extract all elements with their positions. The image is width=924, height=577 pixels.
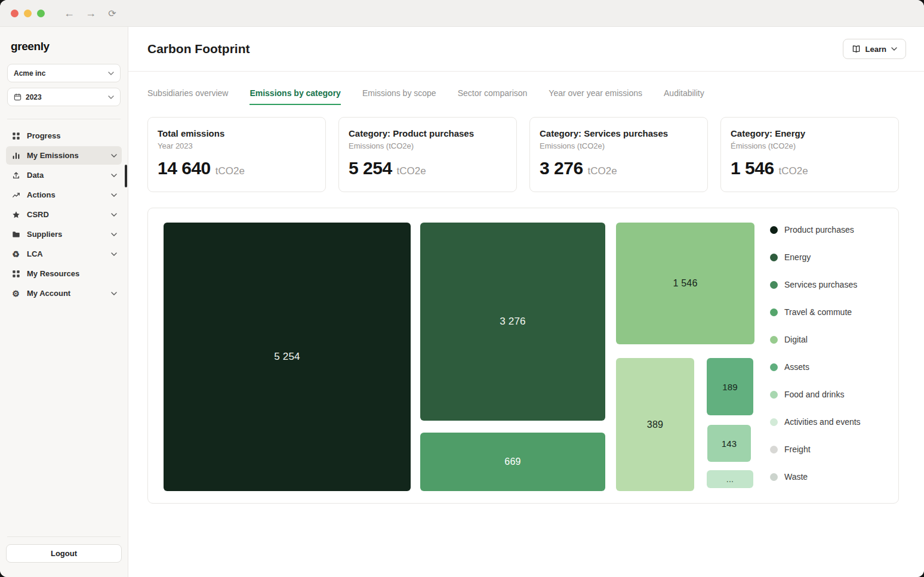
logout-button[interactable]: Logout <box>6 544 122 563</box>
sidebar-item-progress[interactable]: Progress <box>6 126 122 145</box>
bar-chart-icon <box>11 152 21 160</box>
treemap-block[interactable]: 389 <box>616 358 694 491</box>
back-icon[interactable]: ← <box>61 5 77 21</box>
forward-icon[interactable]: → <box>83 5 98 21</box>
sidebar-item-label: My Resources <box>27 269 117 278</box>
divider <box>7 536 121 537</box>
treemap-value-label: 143 <box>722 439 737 449</box>
tab-emissions-by-category[interactable]: Emissions by category <box>250 88 341 105</box>
chevron-down-icon <box>108 72 114 75</box>
legend-dot-icon <box>770 336 778 344</box>
treemap-block-services-purchases[interactable]: 3 276 <box>420 223 605 421</box>
sidebar-item-data[interactable]: Data <box>6 166 122 184</box>
stat-cards: Total emissions Year 2023 14 640 tCO2e C… <box>128 105 924 192</box>
chevron-down-icon <box>108 95 114 99</box>
sidebar: greenly Acme inc 2023 <box>0 27 128 577</box>
treemap-value-label: 3 276 <box>500 316 526 328</box>
legend-label: Digital <box>784 335 808 344</box>
stat-unit: tCO2e <box>397 165 426 177</box>
treemap-block[interactable]: 669 <box>420 433 605 491</box>
stat-unit: tCO2e <box>588 165 617 177</box>
sidebar-item-label: My Account <box>27 289 105 298</box>
app-window: ← → ⟳ greenly Acme inc 2023 <box>0 0 924 577</box>
legend-item: Food and drinks <box>770 388 861 400</box>
legend-label: Product purchases <box>784 225 854 234</box>
learn-button-label: Learn <box>866 45 886 54</box>
legend-item: Energy <box>770 251 861 263</box>
tab-year-over-year-emissions[interactable]: Year over year emissions <box>549 88 642 105</box>
legend-item: Waste <box>770 471 861 483</box>
treemap-block[interactable]: 143 <box>707 425 751 462</box>
stat-card-services-purchases: Category: Services purchases Emissions (… <box>529 117 708 192</box>
sidebar-item-label: LCA <box>27 249 105 258</box>
sidebar-item-label: My Emissions <box>27 151 105 160</box>
stat-unit: tCO2e <box>215 165 245 177</box>
company-select[interactable]: Acme inc <box>7 64 121 82</box>
stat-title: Total emissions <box>158 128 313 138</box>
stat-value: 1 546 <box>731 158 774 178</box>
treemap-value-label: 389 <box>647 419 663 430</box>
sidebar-item-label: CSRD <box>27 210 105 219</box>
legend-label: Energy <box>784 252 811 262</box>
sidebar-item-lca[interactable]: ♻ LCA <box>6 245 122 263</box>
treemap-value-label: 5 254 <box>274 351 300 363</box>
page-title: Carbon Footprint <box>147 42 250 56</box>
sidebar-item-suppliers[interactable]: Suppliers <box>6 225 122 243</box>
legend-label: Assets <box>784 362 809 372</box>
treemap-value-label: 669 <box>504 456 520 467</box>
sidebar-scrollbar-thumb[interactable] <box>125 165 127 187</box>
treemap-block-product-purchases[interactable]: 5 254 <box>164 223 411 491</box>
legend-dot-icon <box>770 473 778 481</box>
main-content: Carbon Footprint Learn Subsidiaries over… <box>128 27 924 577</box>
tab-emissions-by-scope[interactable]: Emissions by scope <box>362 88 436 105</box>
stat-card-product-purchases: Category: Product purchases Emissions (t… <box>338 117 517 192</box>
sidebar-item-label: Suppliers <box>27 230 105 239</box>
maximize-window-icon[interactable] <box>37 10 45 17</box>
sidebar-item-csrd[interactable]: CSRD <box>6 205 122 224</box>
minimize-window-icon[interactable] <box>24 10 32 17</box>
tab-sector-comparison[interactable]: Sector comparison <box>458 88 528 105</box>
chevron-down-icon <box>111 174 117 177</box>
company-select-value: Acme inc <box>14 69 104 78</box>
star-icon <box>11 211 21 219</box>
legend-label: Freight <box>784 445 811 454</box>
legend-item: Digital <box>770 334 861 345</box>
legend-item: Assets <box>770 361 861 373</box>
stat-title: Category: Services purchases <box>540 128 695 138</box>
folder-icon <box>11 230 21 239</box>
sidebar-item-my-resources[interactable]: My Resources <box>6 264 122 283</box>
treemap-block-other[interactable]: ... <box>707 470 753 488</box>
treemap-block-energy[interactable]: 1 546 <box>616 223 754 344</box>
chevron-down-icon <box>111 154 117 158</box>
treemap-value-label: 189 <box>722 382 738 392</box>
tab-auditability[interactable]: Auditability <box>664 88 704 105</box>
stat-value: 3 276 <box>540 158 583 178</box>
tab-subsidiaries-overview[interactable]: Subsidiaries overview <box>147 88 228 105</box>
stat-subtitle: Emissions (tCO2e) <box>349 141 504 150</box>
year-select-value: 2023 <box>26 93 104 101</box>
year-select[interactable]: 2023 <box>7 88 121 106</box>
upload-icon <box>11 171 21 180</box>
legend-label: Food and drinks <box>784 390 844 399</box>
stat-card-total-emissions: Total emissions Year 2023 14 640 tCO2e <box>147 117 326 192</box>
close-window-icon[interactable] <box>11 10 19 17</box>
stat-subtitle: Year 2023 <box>158 141 313 150</box>
legend-item: Services purchases <box>770 279 861 291</box>
chevron-down-icon <box>111 233 117 236</box>
recycle-icon: ♻ <box>11 249 21 259</box>
legend-dot-icon <box>770 363 778 371</box>
grid-icon <box>11 270 21 278</box>
legend-item: Product purchases <box>770 224 861 236</box>
sidebar-item-my-account[interactable]: ⚙ My Account <box>6 284 122 303</box>
treemap-block[interactable]: 189 <box>707 358 753 415</box>
legend-dot-icon <box>770 308 778 316</box>
legend-dot-icon <box>770 391 778 399</box>
sidebar-item-my-emissions[interactable]: My Emissions <box>6 146 122 165</box>
learn-button[interactable]: Learn <box>843 39 906 59</box>
sidebar-item-actions[interactable]: Actions <box>6 186 122 204</box>
chevron-down-icon <box>111 213 117 217</box>
stat-card-energy: Category: Energy Émissions (tCO2e) 1 546… <box>720 117 899 192</box>
reload-icon[interactable]: ⟳ <box>104 5 120 21</box>
chevron-down-icon <box>111 252 117 256</box>
window-controls <box>11 10 45 17</box>
